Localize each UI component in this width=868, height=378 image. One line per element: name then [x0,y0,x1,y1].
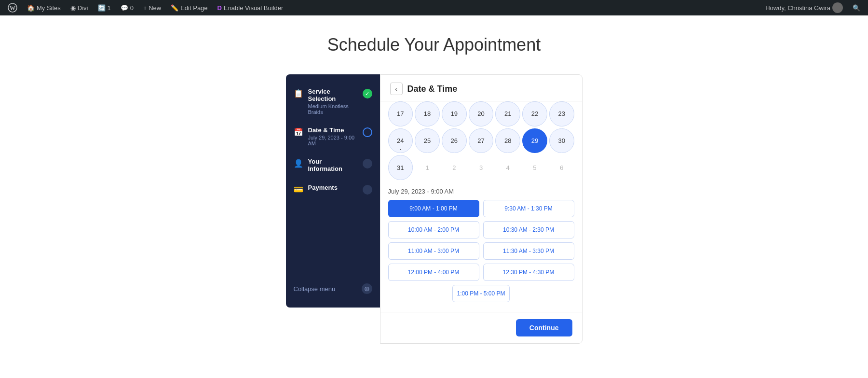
calendar-cell[interactable]: 5 [522,155,547,180]
sites-icon: 🏠 [27,4,35,12]
visual-builder-item[interactable]: D Enable Visual Builder [214,0,287,15]
page-content: Schedule Your Appointment 📋 Service Sele… [0,0,868,378]
datetime-badge [363,127,372,137]
calendar-area: 171819202122232425262728293031123456 Jul… [380,101,582,312]
collapse-menu-row[interactable]: Collapse menu ⊕ [286,278,380,300]
howdy-item[interactable]: Howdy, Christina Gwira [761,0,847,15]
datetime-icon: 📅 [294,127,303,137]
service-label: Service Selection [308,88,358,102]
time-slot-button[interactable]: 9:00 AM - 1:00 PM [388,200,479,217]
continue-button[interactable]: Continue [516,319,572,336]
wp-logo-item[interactable]: W [4,0,21,15]
calendar-cell[interactable]: 22 [522,101,547,126]
calendar-cell[interactable]: 25 [415,128,440,154]
sidebar-item-your-information[interactable]: 👤 Your Information [286,152,380,178]
time-slot-button[interactable]: 1:00 PM - 5:00 PM [452,285,509,302]
service-sublabel: Medium Knotless Braids [308,103,358,115]
time-slot-button[interactable]: 11:30 AM - 3:30 PM [483,242,574,260]
calendar-cell[interactable]: 4 [495,155,520,180]
divi-d-icon: D [217,4,222,12]
panel-title: Date & Time [407,84,458,94]
comments-icon: 💬 [121,4,128,12]
time-slot-button[interactable]: 10:00 AM - 2:00 PM [388,221,479,238]
my-sites-item[interactable]: 🏠 My Sites [23,0,65,15]
booking-wrapper: 📋 Service Selection Medium Knotless Brai… [0,70,868,363]
calendar-cell[interactable]: 27 [469,128,494,154]
selected-datetime: July 29, 2023 - 9:00 AM [388,186,574,200]
time-slot-button[interactable]: 12:00 PM - 4:00 PM [388,264,479,281]
time-slot-button[interactable]: 10:30 AM - 2:30 PM [483,221,574,238]
sidebar-item-payments[interactable]: 💳 Payments [286,178,380,200]
comments-item[interactable]: 💬 0 [117,0,137,15]
updates-item[interactable]: 🔄 1 [94,0,115,15]
calendar-cell[interactable]: 6 [549,155,574,180]
search-icon: 🔍 [853,4,860,12]
admin-bar-right: Howdy, Christina Gwira 🔍 [761,0,864,15]
updates-icon: 🔄 [98,4,106,12]
calendar-cell[interactable]: 18 [415,101,440,126]
avatar [832,2,843,13]
calendar-cell[interactable]: 31 [388,155,413,180]
collapse-icon: ⊕ [362,283,372,294]
svg-text:W: W [10,5,15,12]
calendar-cell[interactable]: 23 [549,101,574,126]
main-panel: ‹ Date & Time 17181920212223242526272829… [380,74,583,344]
edit-page-item[interactable]: ✏️ Edit Page [167,0,211,15]
sidebar-item-service-selection[interactable]: 📋 Service Selection Medium Knotless Brai… [286,82,380,121]
calendar-cell[interactable]: 17 [388,101,413,126]
divi-item[interactable]: ◉ Divi [67,0,92,15]
calendar-cell[interactable]: 24 [388,128,413,154]
info-text: Your Information [308,158,358,172]
calendar-cell[interactable]: 29 [522,128,547,154]
time-slot-button[interactable]: 9:30 AM - 1:30 PM [483,200,574,217]
calendar-cell[interactable]: 28 [495,128,520,154]
info-icon: 👤 [294,159,303,168]
info-label: Your Information [308,158,358,172]
payments-badge [363,185,372,195]
sidebar: 📋 Service Selection Medium Knotless Brai… [286,74,380,308]
time-slot-button[interactable]: 12:30 PM - 4:30 PM [483,264,574,281]
calendar-cell[interactable]: 30 [549,128,574,154]
admin-bar: W 🏠 My Sites ◉ Divi 🔄 1 💬 0 + New ✏️ Edi… [0,0,868,15]
payments-text: Payments [308,184,358,191]
sidebar-item-date-time[interactable]: 📅 Date & Time July 29, 2023 - 9:00 AM [286,121,380,152]
calendar-cell[interactable]: 19 [442,101,467,126]
search-item[interactable]: 🔍 [849,0,864,15]
calendar-cell[interactable]: 1 [415,155,440,180]
datetime-label: Date & Time [308,126,358,134]
payments-label: Payments [308,184,358,191]
info-badge [363,159,372,168]
calendar-cell[interactable]: 3 [469,155,494,180]
collapse-label: Collapse menu [294,285,336,293]
payments-icon: 💳 [294,185,303,194]
back-button[interactable]: ‹ [390,83,403,95]
calendar-cell[interactable]: 2 [442,155,467,180]
new-item[interactable]: + New [139,0,165,15]
page-title: Schedule Your Appointment [0,15,868,70]
calendar-cell[interactable]: 26 [442,128,467,154]
calendar-cell[interactable]: 20 [469,101,494,126]
panel-header: ‹ Date & Time [380,75,582,101]
time-slot-button[interactable]: 11:00 AM - 3:00 PM [388,242,479,260]
service-badge: ✓ [363,89,372,98]
divi-icon: ◉ [70,4,76,12]
service-icon: 📋 [294,89,303,98]
datetime-sublabel: July 29, 2023 - 9:00 AM [308,135,358,146]
calendar-grid: 171819202122232425262728293031123456 [388,101,574,180]
datetime-text: Date & Time July 29, 2023 - 9:00 AM [308,126,358,146]
time-slots-grid: 9:00 AM - 1:00 PM9:30 AM - 1:30 PM10:00 … [388,200,574,308]
service-text: Service Selection Medium Knotless Braids [308,88,358,115]
calendar-cell[interactable]: 21 [495,101,520,126]
panel-footer: Continue [380,312,582,343]
edit-icon: ✏️ [171,4,178,12]
